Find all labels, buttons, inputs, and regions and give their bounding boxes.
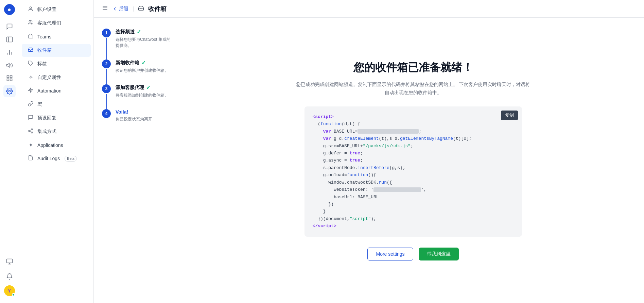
sidebar-item-label: 预设回复 [37,115,56,121]
code-block: <script> (function(d,t) { var BASE_URL=;… [313,113,514,230]
step-3: 3 添加客服代理 ✓ 将客服添加到创建的收件箱。 [102,84,174,98]
sidebar-item-applications[interactable]: ✦ Applications [22,139,91,151]
header-inbox-icon [138,5,144,13]
step-2-content: 新增收件箱 ✓ 验证您的帐户并创建收件箱。 [116,60,174,73]
svg-point-19 [31,129,33,130]
icon-bar-bottom: Y [3,255,16,299]
canned-responses-icon [27,115,34,121]
svg-marker-18 [29,88,33,92]
success-desc: 您已成功完成创建网站频道。复制下面显示的代码并将其粘贴在您的网站上。 下次客户使… [294,81,532,97]
contacts-icon[interactable] [3,33,16,46]
sidebar-item-teams[interactable]: Teams [22,30,91,43]
copy-button[interactable]: 复制 [501,111,518,120]
right-panel: 您的收件箱已准备就绪！ 您已成功完成创建网站频道。复制下面显示的代码并将其粘贴在… [182,18,644,303]
svg-point-10 [8,90,10,92]
audit-logs-badge: Beta [65,156,77,162]
icon-bar-top [3,20,16,254]
svg-rect-9 [10,79,12,81]
step-4-circle: 4 [102,109,111,118]
settings-icon[interactable] [3,85,16,97]
reports-icon[interactable] [3,46,16,58]
svg-line-22 [30,131,32,132]
conversations-icon[interactable] [3,20,16,33]
custom-views-icon[interactable] [3,72,16,84]
sidebar-item-labels[interactable]: 标签 [22,57,91,70]
step-1-desc: 选择您想要与Chatwoot 集成的提供商。 [116,36,174,49]
svg-point-20 [29,130,30,132]
take-me-button[interactable]: 带我到这里 [419,248,459,260]
step-4-content: Voila! 你已设定状态为离开 [116,109,174,122]
svg-point-14 [30,7,31,9]
step-2-desc: 验证您的帐户并创建收件箱。 [116,67,174,73]
step-4-desc: 你已设定状态为离开 [116,116,174,122]
step-1: 1 选择频道 ✓ 选择您想要与Chatwoot 集成的提供商。 [102,29,174,49]
brand-icon: ● [7,6,11,13]
inbox-icon [27,47,34,54]
more-settings-button[interactable]: More settings [367,248,413,260]
billing-icon[interactable] [3,255,16,268]
sidebar-item-label: 集成方式 [37,129,56,135]
avatar[interactable]: Y [4,285,15,296]
agents-icon [27,20,34,27]
avatar-initial: Y [8,288,11,293]
sidebar-item-custom-attributes[interactable]: ✧ 自定义属性 [22,71,91,84]
svg-rect-7 [10,76,12,78]
sidebar-item-account-settings[interactable]: 帐户设置 [22,3,91,16]
sidebar-item-label: Teams [37,34,51,39]
sidebar-item-macros[interactable]: 宏 [22,98,91,111]
step-4: 4 Voila! 你已设定状态为离开 [102,109,174,122]
svg-point-21 [31,132,33,133]
audit-logs-icon [27,155,34,162]
custom-attributes-icon: ✧ [27,74,34,81]
page-title: 收件箱 [148,5,167,13]
sidebar-item-audit-logs[interactable]: Audit Logs Beta [22,152,91,165]
action-buttons: More settings 带我到这里 [367,248,458,260]
step-3-circle: 3 [102,84,111,93]
menu-icon[interactable] [102,5,108,13]
integrations-icon [27,128,34,135]
sidebar-item-label: 宏 [37,101,42,107]
sidebar-item-label: Audit Logs [37,156,60,161]
step-1-circle: 1 [102,29,111,37]
code-container: 复制 <script> (function(d,t) { var BASE_UR… [304,106,522,237]
sidebar-item-label: 客服代理们 [37,20,61,26]
account-settings-icon [27,6,34,13]
sidebar-item-canned-responses[interactable]: 预设回复 [22,112,91,124]
step-2-check: ✓ [141,60,146,66]
sidebar-item-inbox[interactable]: 收件箱 [22,44,91,57]
svg-point-15 [29,20,31,22]
applications-icon: ✦ [27,142,34,148]
teams-icon [27,33,34,40]
sidebar-item-label: Applications [37,142,63,148]
step-2: 2 新增收件箱 ✓ 验证您的帐户并创建收件箱。 [102,60,174,73]
sidebar-item-automation[interactable]: Automation [22,84,91,97]
step-3-title: 添加客服代理 ✓ [116,84,174,91]
step-1-title: 选择频道 ✓ [116,29,174,35]
main-content: 后退 | 收件箱 1 选择频道 ✓ 选择您想要与Chatwoot 集成的提供商。 [94,0,644,303]
labels-icon [27,61,34,67]
step-2-circle: 2 [102,60,111,68]
notifications-icon[interactable] [3,270,16,283]
svg-rect-0 [6,37,12,42]
svg-rect-16 [28,35,33,38]
sidebar-item-label: 自定义属性 [37,74,61,81]
sidebar-item-label: 标签 [37,61,47,67]
brand-logo: ● [4,4,15,15]
back-button[interactable]: 后退 [112,6,128,12]
step-4-title: Voila! [116,109,174,115]
automation-icon [27,87,34,94]
step-2-title: 新增收件箱 ✓ [116,60,174,66]
svg-rect-6 [7,76,9,78]
sidebar-item-label: 收件箱 [37,47,52,53]
step-1-content: 选择频道 ✓ 选择您想要与Chatwoot 集成的提供商。 [116,29,174,49]
back-label: 后退 [119,6,128,12]
header-divider: | [133,6,134,12]
campaigns-icon[interactable] [3,59,16,71]
content-area: 1 选择频道 ✓ 选择您想要与Chatwoot 集成的提供商。 2 新增 [94,18,644,303]
sidebar-item-label: Automation [37,88,62,94]
sidebar-item-agents[interactable]: 客服代理们 [22,17,91,30]
svg-rect-8 [7,79,9,81]
steps-panel: 1 选择频道 ✓ 选择您想要与Chatwoot 集成的提供商。 2 新增 [94,18,182,303]
sidebar-item-integrations[interactable]: 集成方式 [22,125,91,138]
header: 后退 | 收件箱 [94,0,644,18]
